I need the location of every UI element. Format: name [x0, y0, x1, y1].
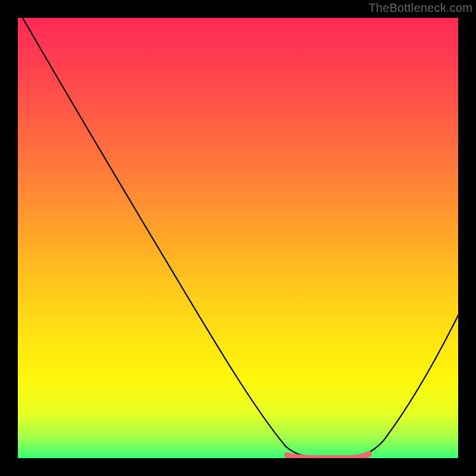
- chart-container: TheBottleneck.com: [0, 0, 476, 476]
- attribution-text: TheBottleneck.com: [368, 1, 472, 15]
- plot-area: [18, 18, 458, 458]
- bottleneck-curve: [18, 18, 458, 458]
- flat-region-marker: [287, 454, 369, 458]
- curve-path: [23, 18, 458, 457]
